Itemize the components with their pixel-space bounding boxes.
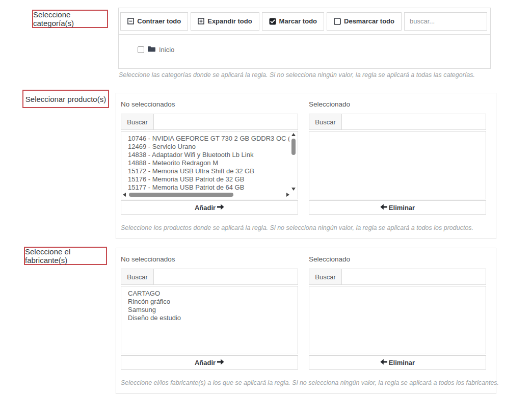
manufacturer-selected-column: Seleccionado Buscar Eliminar xyxy=(309,255,486,370)
horizontal-scroll-thumb[interactable] xyxy=(129,193,233,197)
manufacturer-selected-search: Buscar xyxy=(309,269,486,285)
product-available-listbox: 10746 - NVIDIA GEFORCE GT 730 2 GB GDDR3… xyxy=(121,131,298,199)
category-search-input[interactable] xyxy=(404,12,487,31)
list-item[interactable]: CARTAGO xyxy=(128,290,289,298)
category-help-text: Seleccione las categorías donde se aplic… xyxy=(119,71,475,78)
rule-conditions-form: Seleccione categoría(s) Contraer todo Ex… xyxy=(0,0,532,394)
product-available-search-label: Buscar xyxy=(121,114,154,129)
list-item[interactable]: Diseño de estudio xyxy=(128,314,289,322)
category-tree-panel: Contraer todo Expandir todo Marcar todo … xyxy=(118,8,491,69)
manufacturer-available-search-label: Buscar xyxy=(121,269,154,284)
list-item[interactable]: 15177 - Memoria USB Patriot de 64 GB xyxy=(128,183,289,192)
scroll-up-arrow[interactable] xyxy=(291,133,296,136)
remove-manufacturers-button[interactable]: Eliminar xyxy=(309,355,486,370)
checked-checkbox-icon xyxy=(269,18,276,25)
horizontal-scrollbar[interactable] xyxy=(122,192,290,198)
product-selected-header: Seleccionado xyxy=(309,100,486,111)
manufacturer-available-search-input[interactable] xyxy=(154,269,298,284)
minus-square-icon xyxy=(127,18,134,24)
product-available-search: Buscar xyxy=(121,114,298,130)
add-products-label: Añadir xyxy=(195,204,216,212)
remove-products-button[interactable]: Eliminar xyxy=(309,200,486,215)
collapse-all-button[interactable]: Contraer todo xyxy=(120,12,188,31)
product-help-text: Seleccione los productos donde se aplica… xyxy=(121,224,473,231)
scroll-left-arrow[interactable] xyxy=(123,193,126,197)
expand-all-button[interactable]: Expandir todo xyxy=(191,12,259,31)
remove-manufacturers-label: Eliminar xyxy=(389,359,415,366)
product-available-header: No seleccionados xyxy=(121,100,298,111)
vertical-scrollbar[interactable] xyxy=(291,133,297,191)
expand-all-label: Expandir todo xyxy=(207,17,252,25)
list-item[interactable]: 12469 - Servicio Urano xyxy=(128,143,289,151)
manufacturer-available-column: No seleccionados Buscar CARTAGORincón gr… xyxy=(121,255,298,370)
product-available-search-input[interactable] xyxy=(154,114,298,129)
manufacturer-help-text: Seleccione el/los fabricante(s) a los qu… xyxy=(121,379,499,386)
arrow-left-icon xyxy=(380,204,387,212)
list-item[interactable]: 15176 - Memoria USB Patriot de 32 GB xyxy=(128,175,289,183)
check-all-button[interactable]: Marcar todo xyxy=(262,12,324,31)
add-manufacturers-label: Añadir xyxy=(195,359,216,366)
scroll-right-arrow[interactable] xyxy=(286,193,289,197)
arrow-right-icon xyxy=(217,359,224,366)
manufacturer-selected-listbox xyxy=(309,286,486,354)
product-selected-search-label: Buscar xyxy=(309,114,342,129)
product-selected-search-input[interactable] xyxy=(342,114,486,129)
uncheck-all-button[interactable]: Desmarcar todo xyxy=(327,12,402,31)
manufacturer-selected-search-input[interactable] xyxy=(342,269,486,284)
add-manufacturers-button[interactable]: Añadir xyxy=(121,355,298,370)
list-item[interactable]: Samsung xyxy=(128,306,289,314)
category-root-checkbox[interactable] xyxy=(138,46,144,53)
arrow-left-icon xyxy=(380,359,387,366)
category-tree: Inicio xyxy=(119,35,490,54)
manufacturer-selected-search-label: Buscar xyxy=(309,269,342,284)
product-duallist-panel: No seleccionados Buscar 10746 - NVIDIA G… xyxy=(116,93,496,239)
collapse-all-label: Contraer todo xyxy=(137,17,181,25)
scroll-down-arrow[interactable] xyxy=(291,188,296,191)
list-item[interactable]: 14838 - Adaptador Wifi y Bluetooth Lb Li… xyxy=(128,151,289,159)
manufacturer-available-search: Buscar xyxy=(121,269,298,285)
manufacturer-duallist-panel: No seleccionados Buscar CARTAGORincón gr… xyxy=(116,248,496,394)
add-products-button[interactable]: Añadir xyxy=(121,200,298,215)
list-item[interactable]: 14888 - Meteorito Redragon M xyxy=(128,159,289,167)
category-section-label: Seleccione categoría(s) xyxy=(32,10,108,28)
plus-square-icon xyxy=(198,18,204,24)
product-selected-listbox xyxy=(309,131,486,199)
manufacturer-selected-header: Seleccionado xyxy=(309,255,486,266)
manufacturer-available-header: No seleccionados xyxy=(121,255,298,266)
category-tree-toolbar: Contraer todo Expandir todo Marcar todo … xyxy=(119,8,490,35)
manufacturer-available-listbox: CARTAGORincón gráficoSamsungDiseño de es… xyxy=(121,286,298,354)
check-all-label: Marcar todo xyxy=(279,17,317,25)
arrow-right-icon xyxy=(217,204,224,212)
manufacturer-section-label: Seleccione el fabricante(s) xyxy=(24,247,107,265)
list-item[interactable]: Rincón gráfico xyxy=(128,298,289,306)
product-section-label: Seleccionar producto(s) xyxy=(22,90,109,108)
list-item[interactable]: 10746 - NVIDIA GEFORCE GT 730 2 GB GDDR3… xyxy=(128,135,289,143)
folder-icon xyxy=(148,45,155,54)
empty-checkbox-icon xyxy=(334,18,341,25)
product-selected-search: Buscar xyxy=(309,114,486,130)
remove-products-label: Eliminar xyxy=(389,204,415,212)
vertical-scroll-thumb[interactable] xyxy=(291,139,296,155)
product-available-column: No seleccionados Buscar 10746 - NVIDIA G… xyxy=(121,100,298,215)
category-tree-root-label[interactable]: Inicio xyxy=(159,46,174,54)
product-selected-column: Seleccionado Buscar Eliminar xyxy=(309,100,486,215)
uncheck-all-label: Desmarcar todo xyxy=(344,17,394,25)
list-item[interactable]: 15172 - Memoria USB Ultra Shift de 32 GB xyxy=(128,167,289,175)
